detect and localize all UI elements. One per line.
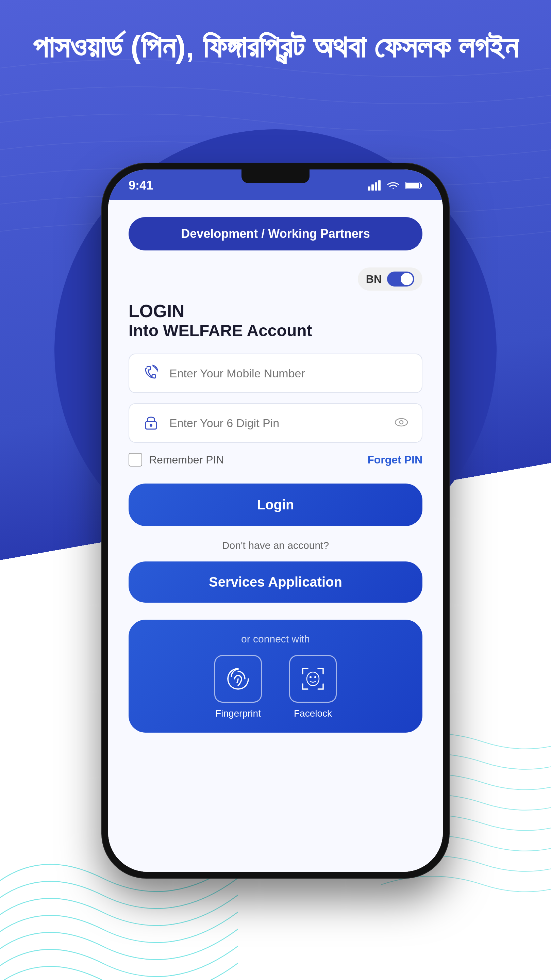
login-heading: LOGIN xyxy=(129,301,312,321)
wifi-icon xyxy=(386,180,400,191)
mobile-input[interactable] xyxy=(169,367,408,380)
remember-left: Remember PIN xyxy=(129,453,224,466)
remember-label: Remember PIN xyxy=(149,453,224,466)
fingerprint-item[interactable]: Fingerprint xyxy=(214,655,262,719)
page-title: পাসওয়ার্ড (পিন), ফিঙ্গারপ্রিন্ট অথবা ফে… xyxy=(0,27,551,67)
svg-point-13 xyxy=(314,676,316,678)
facelock-icon xyxy=(298,663,328,694)
svg-point-10 xyxy=(400,421,403,424)
phone-screen: 9:41 xyxy=(108,169,443,872)
remember-forget-row: Remember PIN Forget PIN xyxy=(129,453,422,466)
svg-rect-0 xyxy=(368,186,370,191)
login-title: LOGIN Into WELFARE Account xyxy=(129,301,312,340)
login-button[interactable]: Login xyxy=(129,484,422,526)
svg-point-11 xyxy=(307,672,319,686)
pin-input[interactable] xyxy=(169,417,384,430)
facelock-label: Facelock xyxy=(294,708,332,719)
partners-button[interactable]: Development / Working Partners xyxy=(129,217,422,250)
lock-icon xyxy=(143,414,159,432)
phone-notch xyxy=(241,169,310,183)
status-time: 9:41 xyxy=(129,178,153,192)
mobile-input-field[interactable] xyxy=(129,353,422,393)
connect-icons-row: Fingerprint xyxy=(214,655,337,719)
eye-icon[interactable] xyxy=(395,417,408,429)
app-content: Development / Working Partners BN LOGIN … xyxy=(108,200,443,872)
facelock-item[interactable]: Facelock xyxy=(289,655,337,719)
phone-icon xyxy=(143,364,159,382)
toggle-knob xyxy=(401,273,413,285)
services-application-button[interactable]: Services Application xyxy=(129,562,422,603)
pin-input-field[interactable] xyxy=(129,403,422,443)
signal-icon xyxy=(368,180,381,191)
fingerprint-icon xyxy=(223,663,253,694)
connect-section: or connect with xyxy=(129,620,422,733)
no-account-text: Don't have an account? xyxy=(222,540,329,551)
phone-mockup: 9:41 xyxy=(102,163,449,878)
language-toggle[interactable]: BN xyxy=(358,267,422,291)
svg-point-12 xyxy=(310,676,311,678)
login-subheading: Into WELFARE Account xyxy=(129,321,312,340)
facelock-icon-box xyxy=(289,655,337,703)
svg-rect-2 xyxy=(375,182,377,191)
svg-rect-5 xyxy=(406,183,419,188)
remember-checkbox[interactable] xyxy=(129,453,142,466)
svg-point-9 xyxy=(395,418,408,426)
forget-pin-link[interactable]: Forget PIN xyxy=(367,453,422,466)
svg-rect-3 xyxy=(378,180,381,191)
svg-rect-1 xyxy=(372,185,374,191)
connect-with-text: or connect with xyxy=(241,633,310,645)
fingerprint-icon-box xyxy=(214,655,262,703)
battery-icon xyxy=(405,181,422,190)
phone-frame: 9:41 xyxy=(102,163,449,878)
language-label: BN xyxy=(366,273,382,285)
svg-point-8 xyxy=(150,424,152,427)
toggle-switch[interactable] xyxy=(387,272,414,286)
fingerprint-label: Fingerprint xyxy=(215,708,261,719)
svg-rect-6 xyxy=(421,184,422,187)
status-icons xyxy=(368,180,422,191)
